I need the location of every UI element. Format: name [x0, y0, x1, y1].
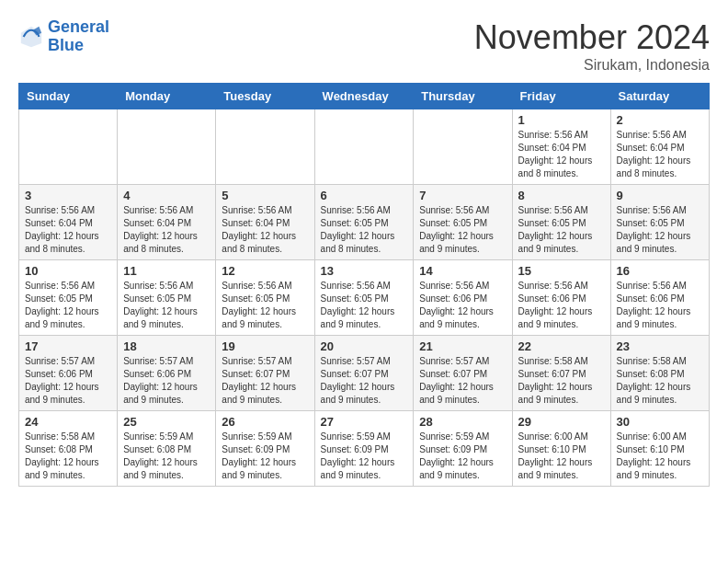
day-info: Sunrise: 5:56 AM Sunset: 6:06 PM Dayligh…	[419, 280, 506, 331]
day-number: 12	[222, 264, 308, 278]
month-title: November 2024	[474, 18, 710, 57]
day-info: Sunrise: 6:00 AM Sunset: 6:10 PM Dayligh…	[518, 431, 605, 482]
calendar-cell: 14Sunrise: 5:56 AM Sunset: 6:06 PM Dayli…	[414, 260, 512, 336]
day-info: Sunrise: 5:56 AM Sunset: 6:04 PM Dayligh…	[518, 129, 605, 180]
day-number: 27	[321, 415, 408, 429]
calendar-week-3: 10Sunrise: 5:56 AM Sunset: 6:05 PM Dayli…	[19, 260, 710, 336]
day-info: Sunrise: 5:57 AM Sunset: 6:07 PM Dayligh…	[222, 355, 308, 407]
day-info: Sunrise: 5:56 AM Sunset: 6:05 PM Dayligh…	[321, 280, 408, 331]
calendar-header-row: SundayMondayTuesdayWednesdayThursdayFrid…	[19, 84, 710, 109]
calendar-cell	[216, 109, 314, 185]
day-number: 25	[123, 415, 210, 429]
calendar-cell: 7Sunrise: 5:56 AM Sunset: 6:05 PM Daylig…	[414, 185, 512, 260]
day-number: 26	[222, 415, 308, 429]
day-number: 22	[518, 339, 605, 353]
calendar-cell: 1Sunrise: 5:56 AM Sunset: 6:04 PM Daylig…	[512, 109, 610, 185]
day-info: Sunrise: 5:59 AM Sunset: 6:09 PM Dayligh…	[321, 431, 408, 482]
calendar-cell: 27Sunrise: 5:59 AM Sunset: 6:09 PM Dayli…	[314, 411, 414, 487]
day-info: Sunrise: 5:57 AM Sunset: 6:06 PM Dayligh…	[25, 355, 111, 407]
day-info: Sunrise: 5:56 AM Sunset: 6:04 PM Dayligh…	[25, 204, 111, 256]
day-number: 19	[222, 339, 308, 353]
day-info: Sunrise: 5:56 AM Sunset: 6:05 PM Dayligh…	[518, 204, 605, 256]
calendar-cell: 8Sunrise: 5:56 AM Sunset: 6:05 PM Daylig…	[512, 185, 610, 260]
day-number: 1	[518, 113, 605, 127]
day-info: Sunrise: 5:58 AM Sunset: 6:08 PM Dayligh…	[25, 431, 111, 482]
calendar-table: SundayMondayTuesdayWednesdayThursdayFrid…	[18, 83, 710, 487]
calendar-cell: 15Sunrise: 5:56 AM Sunset: 6:06 PM Dayli…	[512, 260, 610, 336]
day-info: Sunrise: 5:56 AM Sunset: 6:05 PM Dayligh…	[617, 204, 703, 256]
day-number: 7	[419, 189, 506, 202]
day-number: 9	[617, 189, 703, 202]
day-info: Sunrise: 5:57 AM Sunset: 6:07 PM Dayligh…	[321, 355, 408, 407]
calendar-cell: 20Sunrise: 5:57 AM Sunset: 6:07 PM Dayli…	[314, 336, 414, 411]
day-number: 23	[617, 339, 703, 353]
day-info: Sunrise: 5:56 AM Sunset: 6:04 PM Dayligh…	[123, 204, 210, 256]
day-info: Sunrise: 5:56 AM Sunset: 6:05 PM Dayligh…	[25, 280, 111, 331]
day-info: Sunrise: 6:00 AM Sunset: 6:10 PM Dayligh…	[617, 431, 703, 482]
calendar-cell	[314, 109, 414, 185]
calendar-cell: 9Sunrise: 5:56 AM Sunset: 6:05 PM Daylig…	[610, 185, 709, 260]
calendar-cell: 12Sunrise: 5:56 AM Sunset: 6:05 PM Dayli…	[216, 260, 314, 336]
day-header-thursday: Thursday	[414, 84, 512, 109]
day-info: Sunrise: 5:57 AM Sunset: 6:06 PM Dayligh…	[123, 355, 210, 407]
day-header-friday: Friday	[512, 84, 610, 109]
day-number: 13	[321, 264, 408, 278]
calendar-cell: 18Sunrise: 5:57 AM Sunset: 6:06 PM Dayli…	[118, 336, 216, 411]
calendar-week-1: 1Sunrise: 5:56 AM Sunset: 6:04 PM Daylig…	[19, 109, 710, 185]
day-info: Sunrise: 5:59 AM Sunset: 6:08 PM Dayligh…	[123, 431, 210, 482]
location-subtitle: Sirukam, Indonesia	[474, 57, 710, 74]
day-number: 11	[123, 264, 210, 278]
calendar-cell: 10Sunrise: 5:56 AM Sunset: 6:05 PM Dayli…	[19, 260, 118, 336]
day-info: Sunrise: 5:56 AM Sunset: 6:05 PM Dayligh…	[321, 204, 408, 256]
day-number: 18	[123, 339, 210, 353]
logo-line2: Blue	[48, 36, 84, 54]
calendar-cell: 29Sunrise: 6:00 AM Sunset: 6:10 PM Dayli…	[512, 411, 610, 487]
calendar-cell: 2Sunrise: 5:56 AM Sunset: 6:04 PM Daylig…	[610, 109, 709, 185]
logo-icon	[18, 24, 44, 50]
day-info: Sunrise: 5:58 AM Sunset: 6:07 PM Dayligh…	[518, 355, 605, 407]
day-number: 5	[222, 189, 308, 202]
calendar-week-4: 17Sunrise: 5:57 AM Sunset: 6:06 PM Dayli…	[19, 336, 710, 411]
calendar-cell: 28Sunrise: 5:59 AM Sunset: 6:09 PM Dayli…	[414, 411, 512, 487]
calendar-cell: 5Sunrise: 5:56 AM Sunset: 6:04 PM Daylig…	[216, 185, 314, 260]
day-header-sunday: Sunday	[19, 84, 118, 109]
calendar-cell	[118, 109, 216, 185]
day-header-monday: Monday	[118, 84, 216, 109]
day-info: Sunrise: 5:56 AM Sunset: 6:04 PM Dayligh…	[617, 129, 703, 180]
page-header: General Blue November 2024 Sirukam, Indo…	[18, 18, 710, 74]
day-number: 24	[25, 415, 111, 429]
day-info: Sunrise: 5:59 AM Sunset: 6:09 PM Dayligh…	[419, 431, 506, 482]
calendar-cell: 4Sunrise: 5:56 AM Sunset: 6:04 PM Daylig…	[118, 185, 216, 260]
day-info: Sunrise: 5:56 AM Sunset: 6:04 PM Dayligh…	[222, 204, 308, 256]
day-number: 10	[25, 264, 111, 278]
calendar-cell: 26Sunrise: 5:59 AM Sunset: 6:09 PM Dayli…	[216, 411, 314, 487]
calendar-cell: 21Sunrise: 5:57 AM Sunset: 6:07 PM Dayli…	[414, 336, 512, 411]
day-info: Sunrise: 5:56 AM Sunset: 6:05 PM Dayligh…	[123, 280, 210, 331]
day-number: 8	[518, 189, 605, 202]
calendar-cell: 24Sunrise: 5:58 AM Sunset: 6:08 PM Dayli…	[19, 411, 118, 487]
day-info: Sunrise: 5:56 AM Sunset: 6:06 PM Dayligh…	[518, 280, 605, 331]
day-number: 16	[617, 264, 703, 278]
calendar-cell: 17Sunrise: 5:57 AM Sunset: 6:06 PM Dayli…	[19, 336, 118, 411]
day-header-tuesday: Tuesday	[216, 84, 314, 109]
calendar-cell: 19Sunrise: 5:57 AM Sunset: 6:07 PM Dayli…	[216, 336, 314, 411]
calendar-cell	[414, 109, 512, 185]
day-number: 20	[321, 339, 408, 353]
day-number: 3	[25, 189, 111, 202]
title-area: November 2024 Sirukam, Indonesia	[474, 18, 710, 74]
calendar-cell: 23Sunrise: 5:58 AM Sunset: 6:08 PM Dayli…	[610, 336, 709, 411]
day-info: Sunrise: 5:56 AM Sunset: 6:06 PM Dayligh…	[617, 280, 703, 331]
calendar-cell: 13Sunrise: 5:56 AM Sunset: 6:05 PM Dayli…	[314, 260, 414, 336]
calendar-cell: 6Sunrise: 5:56 AM Sunset: 6:05 PM Daylig…	[314, 185, 414, 260]
calendar-cell: 16Sunrise: 5:56 AM Sunset: 6:06 PM Dayli…	[610, 260, 709, 336]
day-number: 28	[419, 415, 506, 429]
day-number: 30	[617, 415, 703, 429]
day-number: 6	[321, 189, 408, 202]
logo-line1: General	[48, 17, 109, 36]
day-info: Sunrise: 5:58 AM Sunset: 6:08 PM Dayligh…	[617, 355, 703, 407]
calendar-cell: 3Sunrise: 5:56 AM Sunset: 6:04 PM Daylig…	[19, 185, 118, 260]
calendar-week-5: 24Sunrise: 5:58 AM Sunset: 6:08 PM Dayli…	[19, 411, 710, 487]
day-number: 17	[25, 339, 111, 353]
day-number: 14	[419, 264, 506, 278]
day-info: Sunrise: 5:57 AM Sunset: 6:07 PM Dayligh…	[419, 355, 506, 407]
